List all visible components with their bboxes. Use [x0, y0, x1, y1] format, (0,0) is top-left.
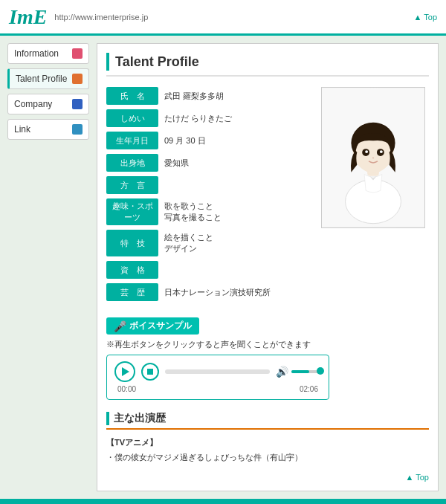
content-panel: Talent Profile 氏 名武田 羅梨多多胡しめいたけだ らりきたご生年…	[97, 43, 439, 491]
profile-field-value	[158, 176, 310, 194]
photo-placeholder	[321, 87, 425, 228]
profile-field-label: 生年月日	[106, 132, 158, 149]
sidebar-item-company[interactable]: Company	[7, 94, 89, 114]
profile-field-value	[158, 261, 310, 279]
voice-note: ※再生ボタンをクリックすると声を聞くことができます	[106, 339, 429, 350]
nav-dot-company	[72, 99, 83, 109]
performance-section: 主な出演歴 【TVアニメ】・僕の彼女がマジメ過ぎるしょびっちな件（有山宇）	[106, 412, 429, 465]
profile-field-value: 絵を描くことデザイン	[158, 230, 310, 256]
progress-track[interactable]	[165, 369, 270, 374]
player-controls: 🔊	[114, 361, 321, 382]
total-time: 02:06	[300, 385, 318, 393]
svg-point-9	[380, 150, 383, 153]
nav-dot-information	[72, 48, 83, 59]
sidebar: InformationTalent ProfileCompanyLink	[7, 43, 89, 491]
profile-field-label: 資 格	[106, 261, 158, 279]
performance-content: 【TVアニメ】・僕の彼女がマジメ過ぎるしょびっちな件（有山宇）	[106, 436, 429, 465]
profile-field-label: 出身地	[106, 154, 158, 172]
title-accent	[106, 53, 109, 71]
performance-category: 【TVアニメ】	[106, 436, 429, 450]
voice-badge-label: ボイスサンプル	[129, 320, 192, 332]
section-accent	[106, 412, 109, 425]
voice-section: 🎤 ボイスサンプル ※再生ボタンをクリックすると声を聞くことができます	[106, 317, 429, 400]
profile-row: 氏 名武田 羅梨多多胡	[106, 87, 310, 105]
top-link-icon: ▲	[406, 473, 414, 482]
volume-fill	[291, 370, 309, 373]
play-icon	[122, 367, 129, 376]
site-url: http://www.imenterprise.jp	[54, 13, 148, 22]
mic-icon: 🎤	[114, 320, 126, 332]
profile-row: 出身地愛知県	[106, 154, 310, 172]
profile-field-value: たけだ らりきたご	[158, 109, 310, 127]
profile-field-value: 日本ナレーション演技研究所	[158, 283, 310, 301]
play-button[interactable]	[114, 361, 135, 382]
profile-field-label: 趣味・スポーツ	[106, 198, 158, 225]
logo: ImE	[9, 5, 47, 29]
sidebar-label-company: Company	[14, 99, 52, 109]
profile-row: 芸 歴日本ナレーション演技研究所	[106, 283, 310, 301]
page-title-bar: Talent Profile	[106, 53, 429, 77]
sidebar-label-link: Link	[14, 124, 30, 135]
current-time: 00:00	[117, 385, 136, 393]
profile-row: 特 技絵を描くことデザイン	[106, 230, 310, 256]
profile-field-label: 方 言	[106, 176, 158, 194]
top-link-content[interactable]: ▲ Top	[106, 473, 429, 482]
volume-area: 🔊	[276, 366, 321, 378]
profile-field-label: 特 技	[106, 230, 158, 256]
performance-heading: 主な出演歴	[114, 412, 166, 425]
profile-field-label: しめい	[106, 109, 158, 127]
volume-icon: 🔊	[276, 366, 288, 378]
profile-row: 方 言	[106, 176, 310, 194]
page-title: Talent Profile	[115, 54, 199, 70]
stop-icon	[147, 369, 153, 375]
section-heading-bar: 主な出演歴	[106, 412, 429, 430]
list-item: ・僕の彼女がマジメ過ぎるしょびっちな件（有山宇）	[106, 450, 429, 465]
player-times: 00:00 02:06	[114, 385, 321, 393]
talent-photo	[317, 87, 429, 306]
sidebar-label-information: Information	[14, 48, 59, 59]
nav-dot-talent-profile	[72, 74, 83, 84]
top-link-label[interactable]: Top	[416, 473, 429, 482]
profile-table: 氏 名武田 羅梨多多胡しめいたけだ らりきたご生年月日09 月 30 日出身地愛…	[106, 87, 310, 306]
sidebar-item-link[interactable]: Link	[7, 119, 89, 140]
voice-badge: 🎤 ボイスサンプル	[106, 317, 199, 335]
profile-field-value: 歌を歌うこと写真を撮ること	[158, 198, 310, 225]
main-wrapper: InformationTalent ProfileCompanyLink Tal…	[0, 36, 446, 499]
profile-row: しめいたけだ らりきたご	[106, 109, 310, 127]
sidebar-item-talent-profile[interactable]: Talent Profile	[7, 68, 89, 89]
svg-point-8	[365, 150, 368, 153]
audio-player: 🔊 00:00 02:06	[106, 355, 329, 400]
sidebar-label-talent-profile: Talent Profile	[16, 74, 67, 84]
volume-thumb	[317, 367, 324, 375]
profile-field-label: 芸 歴	[106, 283, 158, 301]
profile-row: 資 格	[106, 261, 310, 279]
footer: 株式会社アイムエンタープライズ 〒151-0053 東京都渋谷区代々木3-14-…	[0, 499, 446, 504]
profile-field-value: 09 月 30 日	[158, 132, 310, 149]
volume-track[interactable]	[291, 370, 321, 373]
logo-area: ImE http://www.imenterprise.jp	[9, 5, 148, 29]
profile-row: 趣味・スポーツ歌を歌うこと写真を撮ること	[106, 198, 310, 225]
stop-button[interactable]	[141, 363, 159, 381]
top-link-header[interactable]: ▲ Top	[414, 13, 437, 22]
profile-field-value: 愛知県	[158, 154, 310, 172]
profile-field-value: 武田 羅梨多多胡	[158, 87, 310, 105]
profile-row: 生年月日09 月 30 日	[106, 132, 310, 149]
category-label: 【TVアニメ】	[106, 438, 158, 447]
profile-area: 氏 名武田 羅梨多多胡しめいたけだ らりきたご生年月日09 月 30 日出身地愛…	[106, 87, 429, 306]
profile-field-label: 氏 名	[106, 87, 158, 105]
nav-dot-link	[72, 124, 83, 135]
sidebar-item-information[interactable]: Information	[7, 43, 89, 64]
header: ImE http://www.imenterprise.jp ▲ Top	[0, 0, 446, 36]
